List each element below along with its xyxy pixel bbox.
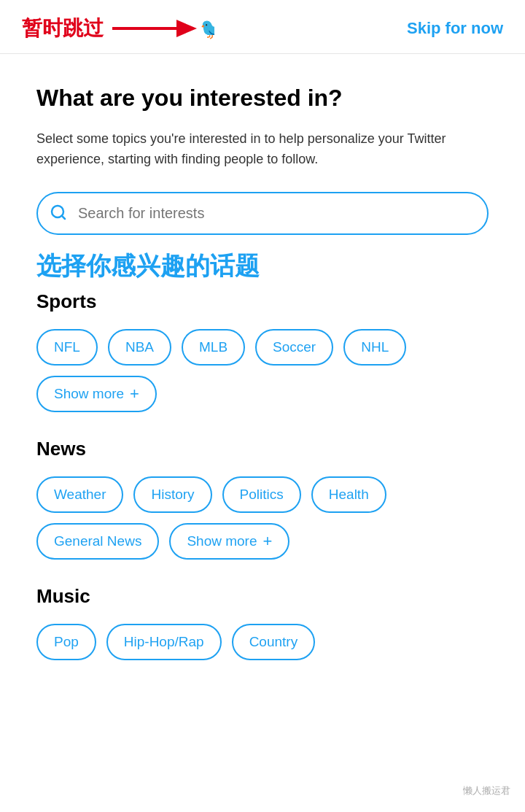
page-title: What are you interested in? — [36, 83, 489, 114]
tag-history[interactable]: History — [133, 476, 211, 513]
sports-tags-row: NFL NBA MLB Soccer NHL — [36, 329, 489, 366]
tag-nhl[interactable]: NHL — [343, 329, 406, 366]
page-description: Select some topics you're interested in … — [36, 128, 489, 171]
category-sports: Sports NFL NBA MLB Soccer NHL Show more … — [36, 290, 489, 412]
tag-general-news[interactable]: General News — [36, 523, 159, 560]
svg-text:🐦: 🐦 — [200, 17, 214, 41]
svg-line-4 — [62, 215, 65, 218]
header: 暂时跳过 🐦 Skip for now — [0, 0, 525, 54]
show-more-label: Show more — [54, 386, 124, 402]
search-container — [36, 192, 489, 235]
search-input[interactable] — [36, 192, 489, 235]
arrow-graphic: 🐦 — [112, 15, 214, 42]
show-more-label-news: Show more — [187, 533, 257, 549]
plus-icon: + — [130, 386, 139, 402]
tag-health[interactable]: Health — [311, 476, 386, 513]
music-title: Music — [36, 585, 489, 608]
tag-mlb[interactable]: MLB — [182, 329, 245, 366]
tag-hiphop[interactable]: Hip-Hop/Rap — [106, 624, 222, 660]
watermark: 懒人搬运君 — [463, 784, 510, 797]
news-title: News — [36, 438, 489, 460]
arrow-icon: 🐦 — [112, 15, 214, 42]
chinese-label: 暂时跳过 — [22, 15, 104, 42]
tag-weather[interactable]: Weather — [36, 476, 123, 513]
tag-soccer[interactable]: Soccer — [255, 329, 333, 366]
music-tags-row: Pop Hip-Hop/Rap Country — [36, 624, 489, 660]
sports-show-more-button[interactable]: Show more + — [36, 376, 157, 412]
search-icon — [50, 204, 67, 224]
tag-country[interactable]: Country — [232, 624, 316, 660]
news-show-more-button[interactable]: Show more + — [169, 523, 289, 560]
tag-nba[interactable]: NBA — [108, 329, 171, 366]
news-tags-row-1: Weather History Politics Health — [36, 476, 489, 513]
plus-icon-news: + — [263, 533, 273, 549]
category-news: News Weather History Politics Health Gen… — [36, 438, 489, 560]
sports-title: Sports — [36, 290, 489, 313]
main-content: What are you interested in? Select some … — [0, 54, 525, 708]
category-music: Music Pop Hip-Hop/Rap Country — [36, 585, 489, 660]
tag-nfl[interactable]: NFL — [36, 329, 98, 366]
annotation-label: 选择你感兴趣的话题 — [36, 252, 260, 279]
skip-link[interactable]: Skip for now — [407, 19, 503, 38]
tag-pop[interactable]: Pop — [36, 624, 96, 660]
header-left: 暂时跳过 🐦 — [22, 15, 214, 42]
svg-marker-1 — [176, 20, 197, 37]
tag-politics[interactable]: Politics — [222, 476, 301, 513]
news-tags-row-2: General News Show more + — [36, 523, 489, 560]
sports-show-more-row: Show more + — [36, 376, 489, 412]
